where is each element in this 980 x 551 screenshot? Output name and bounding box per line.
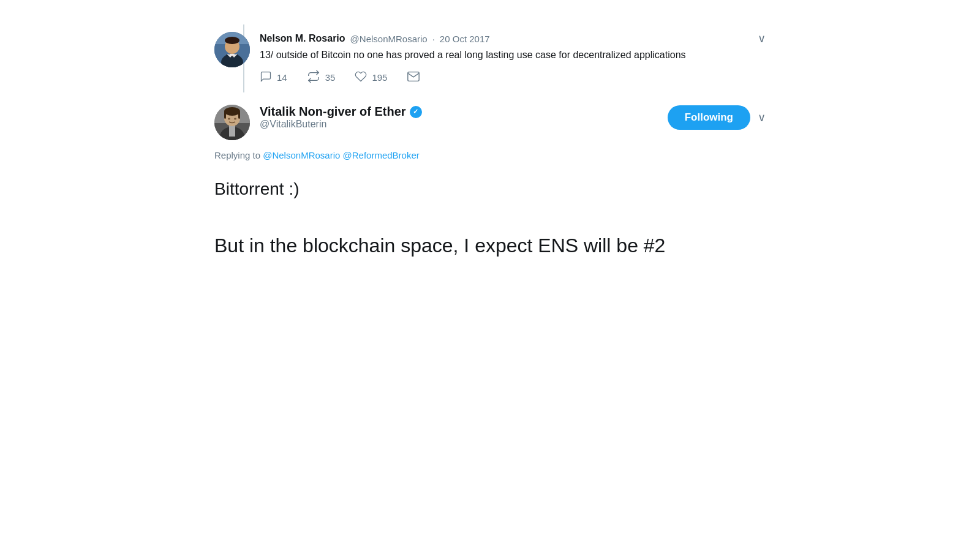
reply-action[interactable]: 14: [260, 70, 287, 84]
tweet-nelson-header: Nelson M. Rosario @NelsonMRosario · 20 O…: [260, 32, 766, 45]
reply-to-section: Replying to @NelsonMRosario @ReformedBro…: [214, 148, 766, 171]
tweet-nelson: Nelson M. Rosario @NelsonMRosario · 20 O…: [214, 24, 766, 92]
avatar-vitalik-image: [214, 105, 250, 140]
tweet-actions: 14 35: [260, 70, 766, 85]
like-icon: [355, 70, 367, 84]
mail-action[interactable]: [407, 70, 420, 85]
nelson-date: 20 Oct 2017: [440, 34, 490, 44]
svg-point-18: [228, 118, 230, 120]
svg-point-6: [225, 37, 239, 44]
tweet-thread: Nelson M. Rosario @NelsonMRosario · 20 O…: [214, 24, 766, 259]
vitalik-name-block: Vitalik Non-giver of Ether ✓ @VitalikBut…: [260, 105, 668, 130]
replying-to-label: Replying to @NelsonMRosario @ReformedBro…: [214, 150, 420, 160]
svg-point-19: [234, 118, 236, 120]
reply-mention-2[interactable]: @ReformedBroker: [343, 150, 420, 160]
reply-icon: [260, 70, 272, 84]
vitalik-name-line: Vitalik Non-giver of Ether ✓: [260, 105, 668, 119]
avatar-vitalik[interactable]: [214, 105, 250, 140]
verified-badge: ✓: [410, 106, 422, 118]
svg-rect-17: [238, 111, 240, 119]
svg-rect-13: [229, 126, 235, 137]
retweet-icon: [307, 70, 320, 85]
tweet-vitalik-content: Vitalik Non-giver of Ether ✓ @VitalikBut…: [260, 105, 766, 130]
svg-rect-16: [224, 111, 226, 119]
like-count: 195: [372, 72, 387, 83]
mail-icon: [407, 70, 420, 85]
retweet-action[interactable]: 35: [307, 70, 336, 85]
following-button[interactable]: Following: [668, 105, 750, 130]
avatar-nelson-image: [214, 32, 250, 67]
vitalik-tweet-text-2: But in the blockchain space, I expect EN…: [214, 233, 766, 259]
like-action[interactable]: 195: [355, 70, 387, 84]
nelson-handle: @NelsonMRosario: [350, 34, 428, 44]
vitalik-chevron-down-icon[interactable]: ∨: [758, 111, 766, 124]
nelson-tweet-text: 13/ outside of Bitcoin no one has proved…: [260, 48, 766, 62]
tweet-vitalik: Vitalik Non-giver of Ether ✓ @VitalikBut…: [214, 92, 766, 148]
nelson-username: Nelson M. Rosario: [260, 33, 345, 44]
chevron-down-icon[interactable]: ∨: [758, 32, 766, 45]
reply-count: 14: [277, 72, 287, 83]
avatar-nelson[interactable]: [214, 32, 250, 67]
svg-point-15: [224, 107, 240, 116]
vitalik-tweet-text-1: Bittorrent :): [214, 177, 766, 201]
thread-container: Nelson M. Rosario @NelsonMRosario · 20 O…: [214, 24, 766, 92]
vitalik-header-row: Vitalik Non-giver of Ether ✓ @VitalikBut…: [260, 105, 766, 130]
separator: ·: [432, 34, 435, 44]
verified-check-icon: ✓: [413, 108, 418, 116]
retweet-count: 35: [325, 72, 336, 83]
spacer: [214, 201, 766, 220]
vitalik-handle: @VitalikButerin: [260, 119, 326, 129]
tweet-nelson-content: Nelson M. Rosario @NelsonMRosario · 20 O…: [260, 32, 766, 85]
reply-mention-1[interactable]: @NelsonMRosario: [263, 150, 340, 160]
vitalik-username: Vitalik Non-giver of Ether: [260, 105, 406, 119]
